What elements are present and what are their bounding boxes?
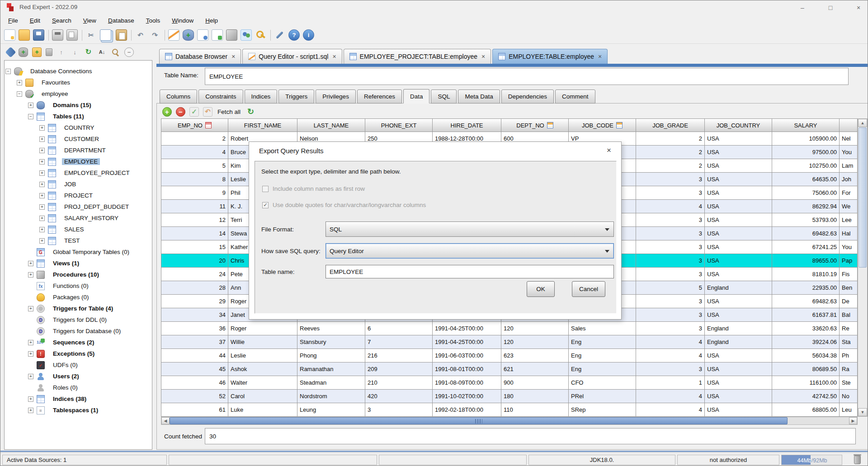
- help-icon[interactable]: ?: [288, 29, 300, 41]
- table-row[interactable]: 37WillieStansbury71991-04-25T00:00120Eng…: [161, 335, 858, 349]
- expand-icon[interactable]: +: [39, 159, 45, 165]
- fetch-all-label[interactable]: Fetch all: [217, 108, 241, 115]
- grid-cell[interactable]: Nordstrom: [297, 390, 365, 403]
- grid-cell[interactable]: 44: [161, 349, 228, 362]
- tree-item-exceptions-5[interactable]: +!Exceptions (5): [5, 348, 152, 360]
- grid-cell[interactable]: 61637.81: [772, 308, 840, 322]
- expand-icon[interactable]: +: [28, 351, 33, 357]
- grid-cell[interactable]: USA: [705, 349, 772, 362]
- menu-search[interactable]: Search: [46, 16, 77, 25]
- grid-cell[interactable]: 4: [636, 200, 705, 213]
- menu-tools[interactable]: Tools: [140, 16, 166, 25]
- tab-triggers[interactable]: Triggers: [278, 89, 314, 104]
- tree-item-users-2[interactable]: +Users (2): [5, 371, 152, 382]
- scroll-down-icon[interactable]: ▼: [858, 408, 867, 416]
- grid-cell[interactable]: 1991-06-03T00:00: [433, 349, 501, 362]
- delete-record-icon[interactable]: −: [176, 107, 185, 117]
- table-row[interactable]: 52CarolNordstrom4201991-10-02T00:00180PR…: [161, 390, 858, 403]
- tab-dependencies[interactable]: Dependencies: [501, 89, 554, 104]
- grid-cell[interactable]: Ra: [840, 362, 858, 376]
- grid-cell[interactable]: 2: [636, 132, 705, 146]
- dialog-close-icon[interactable]: ×: [604, 146, 614, 155]
- tree-item-packages-0[interactable]: Packages (0): [5, 292, 152, 303]
- add-record-icon[interactable]: +: [162, 107, 172, 117]
- tree-item-udfs-0[interactable]: ✓UDFs (0): [5, 360, 152, 371]
- grid-cell[interactable]: Phong: [297, 349, 365, 362]
- grid-cell[interactable]: 86292.94: [772, 200, 840, 213]
- grid-cell[interactable]: 420: [365, 390, 433, 403]
- grid-cell[interactable]: 209: [365, 362, 433, 376]
- column-header-job_code[interactable]: JOB_CODE: [569, 119, 636, 132]
- users-icon[interactable]: [241, 29, 252, 41]
- grid-cell[interactable]: USA: [705, 268, 772, 281]
- grid-cell[interactable]: Luke: [228, 403, 297, 417]
- table-row[interactable]: 36RogerReeves61991-04-25T00:00120Sales3E…: [161, 322, 858, 335]
- expand-icon[interactable]: +: [28, 408, 33, 413]
- grid-cell[interactable]: 68805.00: [772, 403, 840, 417]
- scroll-right-icon[interactable]: ▶: [849, 417, 857, 424]
- grid-cell[interactable]: Joh: [840, 173, 858, 186]
- ok-button[interactable]: OK: [527, 281, 555, 297]
- expand-icon[interactable]: +: [39, 193, 45, 198]
- tree-item-triggers-for-table-4[interactable]: +Triggers for Table (4): [5, 303, 152, 315]
- collapse-all-icon[interactable]: −: [124, 47, 134, 57]
- grid-cell[interactable]: 3: [636, 295, 705, 308]
- tab-query-editor[interactable]: Query Editor - script1.sql ×: [242, 49, 342, 64]
- table-row[interactable]: 45AshokRamanathan2091991-08-01T00:00621E…: [161, 362, 858, 376]
- grid-cell[interactable]: 6: [365, 322, 433, 335]
- garbage-collect-icon[interactable]: [854, 456, 861, 464]
- grid-cell[interactable]: 12: [161, 213, 228, 227]
- expand-icon[interactable]: +: [39, 148, 45, 153]
- close-tab-icon[interactable]: ×: [481, 53, 485, 60]
- grid-cell[interactable]: Lee: [840, 213, 858, 227]
- sort-icon[interactable]: A↓: [97, 47, 107, 57]
- tab-employee-table[interactable]: EMPLOYEE:TABLE:employee ×: [492, 49, 608, 64]
- menu-database[interactable]: Database: [102, 16, 140, 25]
- tree-item-triggers-for-database-0[interactable]: DTriggers for Database (0): [5, 326, 152, 337]
- expand-icon[interactable]: +: [28, 374, 33, 379]
- grid-cell[interactable]: You: [840, 240, 858, 254]
- grid-cell[interactable]: 900: [501, 376, 569, 390]
- grid-cell[interactable]: 1: [636, 376, 705, 390]
- tab-columns[interactable]: Columns: [160, 89, 197, 104]
- grid-cell[interactable]: 3: [636, 213, 705, 227]
- table-row[interactable]: 46WalterSteadman2101991-08-09T00:00900CF…: [161, 376, 858, 390]
- cancel-button[interactable]: Cancel: [572, 281, 605, 297]
- tree-item-views-1[interactable]: +Views (1): [5, 258, 152, 269]
- grid-cell[interactable]: 69482.63: [772, 295, 840, 308]
- close-tab-icon[interactable]: ×: [332, 53, 336, 60]
- grid-cell[interactable]: 180: [501, 390, 569, 403]
- grid-cell[interactable]: Stansbury: [297, 335, 365, 349]
- grid-cell[interactable]: 3: [365, 403, 433, 417]
- tab-comment[interactable]: Comment: [555, 89, 595, 104]
- column-header-overflow[interactable]: [840, 119, 858, 132]
- refresh-grid-icon[interactable]: ↻: [246, 107, 255, 117]
- column-header-emp_no[interactable]: EMP_NO: [161, 119, 228, 132]
- tree-item-test[interactable]: +TEST: [5, 235, 152, 247]
- tree-item-project[interactable]: +PROJECT: [5, 190, 152, 202]
- horizontal-scrollbar-thumb[interactable]: [170, 417, 788, 424]
- move-up-icon[interactable]: ↑: [57, 47, 66, 57]
- grid-cell[interactable]: 3: [636, 186, 705, 200]
- column-header-hire_date[interactable]: HIRE_DATE: [433, 119, 501, 132]
- grid-cell[interactable]: 116100.00: [772, 376, 840, 390]
- grid-cell[interactable]: Roger: [228, 322, 297, 335]
- copy-icon[interactable]: [100, 29, 111, 41]
- grid-cell[interactable]: 14: [161, 227, 228, 240]
- redo-icon[interactable]: ↷: [149, 29, 160, 41]
- grid-cell[interactable]: 3: [636, 240, 705, 254]
- grid-cell[interactable]: Eng: [569, 362, 636, 376]
- new-file-icon[interactable]: [4, 29, 15, 41]
- grid-cell[interactable]: Carol: [228, 390, 297, 403]
- scroll-left-icon[interactable]: ◀: [161, 417, 170, 424]
- grid-cell[interactable]: PRel: [569, 390, 636, 403]
- tab-data[interactable]: Data: [403, 89, 430, 104]
- about-icon[interactable]: i: [303, 29, 314, 41]
- grid-cell[interactable]: USA: [705, 376, 772, 390]
- column-header-job_country[interactable]: JOB_COUNTRY: [705, 119, 772, 132]
- grid-cell[interactable]: 5: [161, 159, 228, 173]
- add-database-icon[interactable]: +: [183, 29, 194, 41]
- grid-cell[interactable]: USA: [705, 254, 772, 268]
- grid-cell[interactable]: Pap: [840, 254, 858, 268]
- move-down-icon[interactable]: ↓: [70, 47, 80, 57]
